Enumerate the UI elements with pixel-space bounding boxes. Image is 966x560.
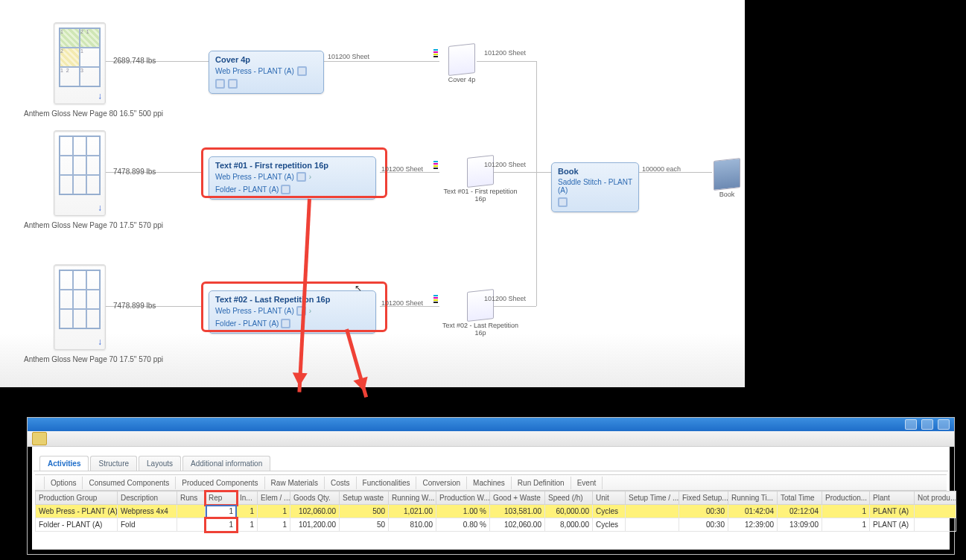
cell[interactable]: 1.00 % (436, 505, 490, 518)
col-goods-qty[interactable]: Goods Qty. (290, 491, 340, 505)
col-total-time[interactable]: Total Time (778, 491, 822, 505)
node-title: Book (558, 167, 632, 176)
col-not-produced[interactable]: Not produ... (915, 491, 956, 505)
cell[interactable] (626, 505, 679, 518)
toolbar-button[interactable] (32, 432, 47, 445)
cell[interactable]: Fold (118, 518, 177, 532)
plant-chip: Web Press - PLANT (A) (215, 306, 306, 316)
col-production-waste[interactable]: Production W... (436, 491, 490, 505)
component-book[interactable]: Book (712, 159, 742, 198)
cell[interactable]: 13:09:00 (778, 518, 822, 532)
tab-layouts[interactable]: Layouts (139, 456, 181, 471)
cell[interactable]: 102,060.00 (290, 505, 340, 518)
cell[interactable]: 1 (822, 505, 870, 518)
cell[interactable]: 60,000.00 (545, 505, 593, 518)
cell[interactable]: Webpress 4x4 (118, 505, 177, 518)
cell[interactable]: 101,200.00 (290, 518, 340, 532)
col-speed[interactable]: Speed (/h) (545, 491, 593, 505)
folder-icon (281, 319, 290, 328)
cell[interactable]: 1,021.00 (389, 505, 436, 518)
minimize-icon[interactable] (905, 419, 917, 430)
output-label: 100000 each (642, 165, 681, 173)
cell[interactable]: 1 (258, 505, 290, 518)
col-setup-waste[interactable]: Setup waste (340, 491, 389, 505)
cell[interactable]: 103,581.00 (490, 505, 545, 518)
cell[interactable]: Web Press - PLANT (A) (36, 505, 118, 518)
main-tabs: Activities Structure Layouts Additional … (34, 451, 948, 471)
subtab-run-def[interactable]: Run Definition (512, 477, 571, 489)
cell[interactable]: Cycles (593, 518, 626, 532)
cell[interactable]: 02:12:04 (778, 505, 822, 518)
process-node-cover[interactable]: Cover 4p Web Press - PLANT (A) (209, 51, 324, 94)
col-running-waste[interactable]: Running W... (389, 491, 436, 505)
cell[interactable]: 00:30 (679, 518, 728, 532)
rep-cell[interactable]: 1 (206, 518, 237, 532)
cell[interactable]: 50 (340, 518, 389, 532)
col-rep[interactable]: Rep (206, 491, 237, 505)
grid-row[interactable]: Web Press - PLANT (A) Webpress 4x4 1 1 1… (36, 505, 956, 518)
cell[interactable]: 102,060.00 (490, 518, 545, 532)
node-title: Cover 4p (215, 55, 317, 64)
subtab-costs[interactable]: Costs (325, 477, 357, 489)
cell[interactable]: PLANT (A) (870, 505, 915, 518)
col-in[interactable]: In... (237, 491, 258, 505)
subtab-raw[interactable]: Raw Materials (265, 477, 325, 489)
cell[interactable] (626, 518, 679, 532)
tab-structure[interactable]: Structure (90, 456, 137, 471)
subtab-options[interactable]: Options (44, 477, 83, 489)
grid-row[interactable]: Folder - PLANT (A) Fold 1 1 1 101,200.00… (36, 518, 956, 532)
material-thumb-text2[interactable]: ↓ (54, 264, 106, 350)
rep-cell-editing[interactable]: 1 (206, 505, 237, 518)
col-plant[interactable]: Plant (870, 491, 915, 505)
process-node-book[interactable]: Book Saddle Stitch - PLANT (A) (551, 162, 639, 212)
subtab-consumed[interactable]: Consumed Components (83, 477, 176, 489)
subtab-machines[interactable]: Machines (467, 477, 512, 489)
cell[interactable]: PLANT (A) (870, 518, 915, 532)
cell[interactable]: 00:30 (679, 505, 728, 518)
cell[interactable]: 1 (237, 518, 258, 532)
maximize-icon[interactable] (921, 419, 933, 430)
cell[interactable] (177, 505, 206, 518)
book-icon (714, 158, 740, 191)
component-cover[interactable]: Cover 4p (439, 45, 484, 83)
col-runs[interactable]: Runs (177, 491, 206, 505)
window-titlebar[interactable] (28, 418, 954, 431)
cell[interactable] (915, 505, 956, 518)
material-thumb-text1[interactable]: ↓ (54, 130, 106, 216)
tab-activities[interactable]: Activities (39, 456, 89, 471)
col-production[interactable]: Production... (822, 491, 870, 505)
col-elem[interactable]: Elem / ... (258, 491, 290, 505)
tab-additional-info[interactable]: Additional information (182, 456, 270, 471)
component-label: Text #01 - First repetition 16p (439, 188, 521, 203)
cell[interactable]: 0.80 % (436, 518, 490, 532)
cell[interactable]: 810.00 (389, 518, 436, 532)
close-icon[interactable] (938, 419, 950, 430)
material-thumb-cover[interactable]: 12 1 21 1 23 ↓ (54, 22, 106, 104)
cell[interactable]: Folder - PLANT (A) (36, 518, 118, 532)
col-setup-time[interactable]: Setup Time / ... (626, 491, 679, 505)
cell[interactable]: 01:42:04 (728, 505, 778, 518)
subtab-functionalities[interactable]: Functionalities (357, 477, 417, 489)
col-production-group[interactable]: Production Group (36, 491, 118, 505)
cell[interactable]: 8,000.00 (545, 518, 593, 532)
subtab-event[interactable]: Event (571, 477, 603, 489)
cell[interactable] (915, 518, 956, 532)
activity-grid[interactable]: Production Group Description Runs Rep In… (35, 491, 956, 532)
process-node-text1[interactable]: Text #01 - First repetition 16p Web Pres… (209, 156, 376, 200)
process-node-text2[interactable]: Text #02 - Last Repetition 16p Web Press… (209, 290, 376, 334)
col-fixed-setup[interactable]: Fixed Setup... (679, 491, 728, 505)
cell[interactable]: Cycles (593, 505, 626, 518)
col-description[interactable]: Description (118, 491, 177, 505)
material-label: Anthem Gloss New Page 80 16.5" 500 ppi (24, 109, 173, 118)
col-unit[interactable]: Unit (593, 491, 626, 505)
cell[interactable]: 1 (258, 518, 290, 532)
cell[interactable]: 1 (822, 518, 870, 532)
cell[interactable]: 1 (237, 505, 258, 518)
subtab-produced[interactable]: Produced Components (176, 477, 264, 489)
subtab-conversion[interactable]: Conversion (416, 477, 467, 489)
col-good-waste[interactable]: Good + Waste (490, 491, 545, 505)
cell[interactable] (177, 518, 206, 532)
cell[interactable]: 12:39:00 (728, 518, 778, 532)
col-running-time[interactable]: Running Ti... (728, 491, 778, 505)
cell[interactable]: 500 (340, 505, 389, 518)
